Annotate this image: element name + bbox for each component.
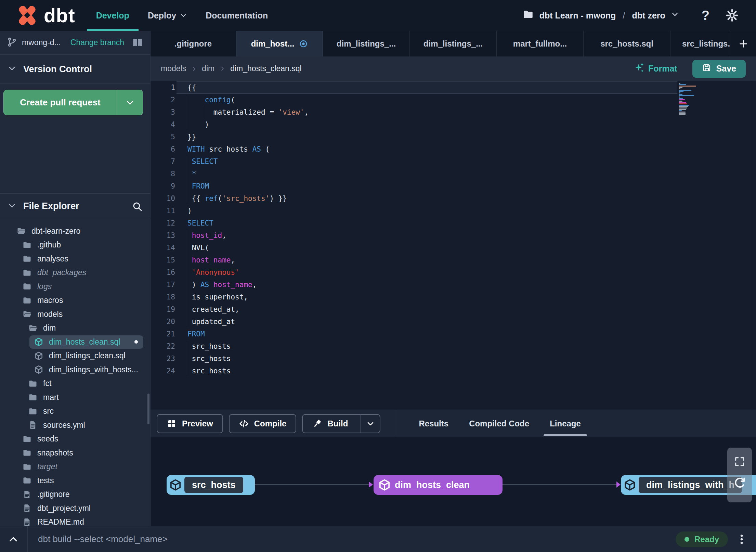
tree-item-dbt-packages[interactable]: dbt_packages (0, 266, 150, 280)
build-dropdown-chevron[interactable] (361, 415, 380, 433)
lineage-canvas[interactable]: src_hostsdim_hosts_cleandim_listings_wit… (151, 437, 756, 526)
command-placeholder[interactable]: dbt build --select <model_name> (38, 534, 168, 544)
code-line: {{ ref('src_hosts') }} (187, 192, 309, 205)
tree-item-label: .github (37, 240, 61, 249)
tree-item-dbt-learn-zero[interactable]: dbt-learn-zero (0, 224, 150, 238)
hammer-icon (312, 419, 322, 429)
code-line: materialized = 'view', (187, 106, 309, 118)
chevron-down-icon[interactable] (671, 10, 679, 21)
file-explorer-title: File Explorer (23, 201, 79, 211)
tab-dim-host-[interactable]: dim_host... (236, 31, 323, 56)
tree-item-dim-listings-with-hosts-[interactable]: dim_listings_with_hosts... (0, 363, 150, 377)
tree-item-label: mart (43, 393, 59, 402)
breadcrumb-segment[interactable]: dim (202, 64, 214, 73)
sidebar-scrollbar[interactable] (147, 394, 149, 424)
tree-item-snapshots[interactable]: snapshots (0, 446, 150, 460)
tree-item-label: README.md (37, 517, 84, 526)
project-breadcrumb[interactable]: dbt Learn - mwong / dbt zero (522, 9, 679, 22)
breadcrumb-segment[interactable]: dim_hosts_clean.sql (230, 64, 301, 73)
tree-item--gitignore[interactable]: .gitignore (0, 488, 150, 502)
dbt-logo[interactable]: dbt (14, 4, 75, 27)
chevron-up-icon[interactable] (8, 534, 19, 545)
code-line: FROM (187, 180, 309, 192)
action-buttons: PreviewCompileBuild (157, 414, 386, 433)
create-pr-dropdown[interactable] (117, 90, 143, 115)
file-explorer-header[interactable]: File Explorer (0, 193, 150, 219)
version-control-header[interactable]: Version Control (0, 55, 150, 84)
model-cube-icon (623, 478, 636, 491)
tree-item-mart[interactable]: mart (0, 390, 150, 405)
kebab-icon (735, 533, 748, 545)
tree-item-label: seeds (37, 434, 58, 444)
tree-item-target[interactable]: target (0, 460, 150, 474)
settings-gear-button[interactable] (725, 9, 739, 22)
save-button[interactable]: Save (692, 60, 746, 78)
editor-minimap[interactable] (679, 83, 697, 116)
code-line: ) AS host_name, (187, 279, 309, 291)
add-tab-button[interactable] (730, 31, 756, 56)
tree-item-logs[interactable]: logs (0, 280, 150, 294)
code-line: created_at, (187, 303, 309, 316)
tab-mart-fullmo-[interactable]: mart_fullmo... (497, 31, 584, 56)
create-pull-request-button[interactable]: Create pull request (3, 90, 143, 115)
tree-item-dbt-project-yml[interactable]: dbt_project.yml (0, 501, 150, 515)
help-button[interactable]: ? (702, 8, 709, 23)
button-label: Build (327, 419, 348, 428)
line-number: 15 (151, 254, 175, 266)
fullscreen-icon[interactable] (734, 456, 745, 467)
tab-src-listings-[interactable]: src_listings. (670, 31, 730, 56)
search-icon (132, 201, 143, 212)
tree-item-sources-yml[interactable]: sources.yml (0, 418, 150, 432)
tree-item-src[interactable]: src (0, 405, 150, 419)
tree-item-seeds[interactable]: seeds (0, 432, 150, 446)
tab-label: dim_host... (251, 39, 295, 49)
build-button[interactable]: Build (302, 414, 380, 433)
preview-button[interactable]: Preview (157, 414, 223, 433)
navbar-right: dbt Learn - mwong / dbt zero ? (522, 8, 739, 23)
code-lines[interactable]: {{ config( materialized = 'view', )}}WIT… (187, 81, 309, 377)
command-bar: dbt build --select <model_name> Ready (0, 526, 756, 552)
nav-item-deploy[interactable]: Deploy (139, 0, 196, 31)
kebab-menu[interactable] (735, 533, 748, 545)
lineage-node-dim-hosts-clean[interactable]: dim_hosts_clean (374, 475, 503, 495)
nav-item-documentation[interactable]: Documentation (196, 0, 277, 31)
lineage-edge (255, 484, 369, 485)
nav-item-develop[interactable]: Develop (87, 0, 139, 31)
folder-open-icon (28, 323, 38, 333)
tree-item-label: analyses (37, 254, 68, 264)
panel-tab-compiled-code[interactable]: Compiled Code (459, 410, 539, 437)
code-line: ) (187, 118, 309, 131)
main-nav: DevelopDeployDocumentation (87, 0, 277, 31)
format-button[interactable]: Format (634, 63, 677, 75)
nav-item-label: Documentation (206, 11, 268, 21)
panel-tab-results[interactable]: Results (408, 410, 459, 437)
tab--gitignore[interactable]: .gitignore (151, 31, 236, 56)
tree-item-dim-listings-clean-sql[interactable]: dim_listings_clean.sql (0, 349, 150, 363)
tree-item-fct[interactable]: fct (0, 377, 150, 391)
compile-button[interactable]: Compile (229, 414, 297, 433)
tab-src-hosts-sql[interactable]: src_hosts.sql (584, 31, 670, 56)
panel-tab-lineage[interactable]: Lineage (539, 410, 591, 437)
folder-icon (22, 240, 32, 250)
code-editor[interactable]: 123456789101112131415161718192021222324 … (151, 81, 756, 410)
tree-item-readme-md[interactable]: README.md (0, 515, 150, 526)
change-branch-link[interactable]: Change branch (70, 38, 124, 47)
tree-item-dim-hosts-clean-sql[interactable]: dim_hosts_clean.sql (0, 335, 150, 349)
search-icon[interactable] (132, 201, 143, 212)
folder-open-icon (16, 226, 26, 236)
save-label: Save (716, 64, 736, 74)
tree-item-models[interactable]: models (0, 307, 150, 321)
tree-item-tests[interactable]: tests (0, 474, 150, 488)
tree-item-dim[interactable]: dim (0, 321, 150, 335)
tree-item-macros[interactable]: macros (0, 294, 150, 308)
tab-dim-listings-[interactable]: dim_listings_... (323, 31, 410, 56)
book-icon (132, 37, 143, 49)
tree-item--github[interactable]: .github (0, 238, 150, 252)
docs-book-icon[interactable] (132, 37, 143, 49)
lineage-node-src-hosts[interactable]: src_hosts (167, 475, 255, 495)
line-number: 23 (151, 352, 175, 365)
refresh-icon[interactable] (732, 476, 747, 490)
tree-item-analyses[interactable]: analyses (0, 252, 150, 266)
tab-dim-listings-[interactable]: dim_listings_... (410, 31, 497, 56)
breadcrumb-segment[interactable]: models (161, 64, 186, 73)
